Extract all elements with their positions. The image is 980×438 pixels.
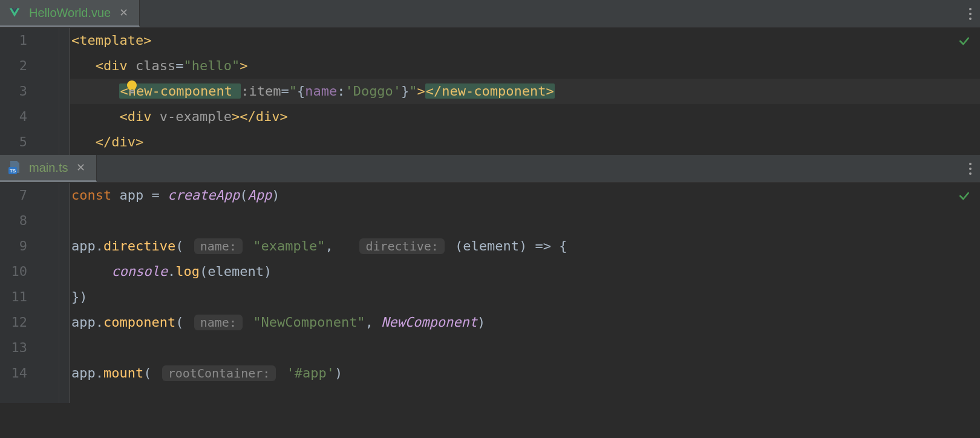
gutter <box>59 79 70 104</box>
tab-title: HelloWorld.vue <box>29 6 111 20</box>
lightbulb-icon[interactable] <box>77 53 139 129</box>
line-number: 9 <box>0 234 59 259</box>
fold-toggle-icon[interactable] <box>61 243 68 250</box>
code-line-current[interactable]: 3 <new-component :item="{name:'Doggo'}">… <box>0 79 980 104</box>
fold-end-icon[interactable] <box>61 293 68 301</box>
line-number: 13 <box>0 335 59 361</box>
gutter <box>59 208 70 234</box>
status-ok-icon <box>958 190 970 205</box>
line-number: 11 <box>0 284 59 310</box>
svg-rect-1 <box>130 92 134 93</box>
gutter <box>59 234 70 259</box>
tab-bar-vue: HelloWorld.vue ✕ <box>0 0 980 28</box>
gutter <box>59 104 70 129</box>
svg-rect-0 <box>129 90 134 91</box>
line-number: 7 <box>0 183 59 208</box>
kebab-menu-icon[interactable] <box>969 163 972 175</box>
close-icon[interactable]: ✕ <box>119 6 128 19</box>
code-line[interactable]: 5 </div> <box>0 129 980 155</box>
gutter <box>59 53 70 79</box>
code-line[interactable]: 7 const app = createApp(App) <box>0 183 980 208</box>
svg-text:TS: TS <box>10 168 16 174</box>
code-line[interactable]: 4 <div v-example></div> <box>0 104 980 129</box>
code-line[interactable]: 9 app.directive( name: "example", direct… <box>0 234 980 259</box>
line-number: 8 <box>0 208 59 234</box>
gutter <box>59 310 70 335</box>
line-number: 12 <box>0 310 59 335</box>
line-number: 3 <box>0 79 59 104</box>
tab-helloworld[interactable]: HelloWorld.vue ✕ <box>0 0 140 27</box>
fold-end-icon[interactable] <box>61 139 68 146</box>
gutter <box>59 28 70 53</box>
inlay-hint: name: <box>194 238 243 254</box>
gutter <box>59 361 70 386</box>
gutter <box>59 335 70 361</box>
close-icon[interactable]: ✕ <box>76 161 85 174</box>
tab-title: main.ts <box>29 161 68 175</box>
line-number: 14 <box>0 361 59 386</box>
gutter <box>59 129 70 155</box>
editor-ts[interactable]: 7 const app = createApp(App) 8 9 app.dir… <box>0 183 980 403</box>
line-number: 4 <box>0 104 59 129</box>
tab-bar-ts: TS main.ts ✕ <box>0 155 980 183</box>
line-number: 10 <box>0 259 59 284</box>
vue-icon <box>8 7 21 19</box>
code-line[interactable] <box>0 386 980 403</box>
line-number: 5 <box>0 129 59 155</box>
ts-file-icon: TS <box>8 161 21 174</box>
status-ok-icon <box>958 35 970 50</box>
kebab-menu-icon[interactable] <box>969 8 972 20</box>
code-line[interactable]: 13 <box>0 335 980 361</box>
code-line[interactable]: 11 }) <box>0 284 980 310</box>
code-line[interactable]: 10 console.log(element) <box>0 259 980 284</box>
code-line[interactable]: 14 app.mount( rootContainer: '#app') <box>0 361 980 386</box>
inlay-hint: directive: <box>359 238 444 254</box>
code-line[interactable]: 8 <box>0 208 980 234</box>
inlay-hint: name: <box>194 315 243 330</box>
gutter <box>59 183 70 208</box>
code-line[interactable]: 12 app.component( name: "NewComponent", … <box>0 310 980 335</box>
editor-vue[interactable]: 1 <template> 2 <div class="hello"> 3 <box>0 28 980 155</box>
inlay-hint: rootContainer: <box>162 365 276 381</box>
fold-toggle-icon[interactable] <box>61 37 68 44</box>
line-number: 1 <box>0 28 59 53</box>
line-number: 2 <box>0 53 59 79</box>
code-line[interactable]: 1 <template> <box>0 28 980 53</box>
gutter <box>59 284 70 310</box>
gutter <box>59 259 70 284</box>
fold-toggle-icon[interactable] <box>61 62 68 70</box>
tab-main-ts[interactable]: TS main.ts ✕ <box>0 155 97 182</box>
code-line[interactable]: 2 <div class="hello"> <box>0 53 980 79</box>
